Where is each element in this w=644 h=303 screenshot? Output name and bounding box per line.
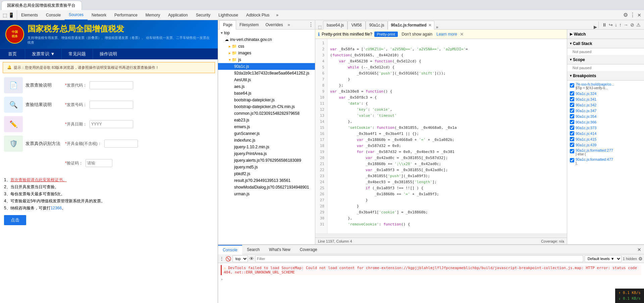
pause-btn[interactable]: ⏸ [601, 21, 607, 28]
step-btn[interactable]: → [623, 21, 629, 28]
bp-7-checkbox[interactable] [570, 120, 574, 124]
bp-13-checkbox[interactable] [570, 158, 574, 162]
tree-file-90a1c[interactable]: 90a1c.js [218, 63, 315, 70]
code-content[interactable]: var _0x58fa = ['cU9KZlU=', 'a2V5NQ==', '… [327, 39, 567, 234]
console-clear-icon[interactable]: 🚫 [225, 256, 231, 261]
step-into-btn[interactable]: ↓ [614, 21, 618, 28]
tree-file-urman[interactable]: urman.js [218, 191, 315, 197]
console-eye-icon[interactable]: 👁 [249, 256, 254, 261]
subnav-overrides[interactable]: Overrides [262, 20, 286, 30]
tree-file-md5[interactable]: jquery.md5.js [218, 164, 315, 170]
hotline-link[interactable]: 12366 [51, 206, 62, 210]
code-area[interactable]: 1234567891011121314151617181920212223242… [315, 39, 567, 234]
captcha-input[interactable] [86, 159, 112, 167]
bp-6-checkbox[interactable] [570, 114, 574, 118]
tree-file-common[interactable]: common.js?0.023091548282979658 [218, 110, 315, 117]
subnav-page[interactable]: Page [219, 20, 236, 30]
tree-file-gunscanner[interactable]: gunScanner.js [218, 130, 315, 137]
console-close-icon[interactable]: ✕ [637, 247, 641, 252]
devtools-nav-application[interactable]: Application [164, 10, 192, 20]
bp-11-checkbox[interactable] [570, 143, 574, 147]
dont-pause-exceptions-btn[interactable]: ⚠ [636, 21, 641, 28]
tree-host[interactable]: ☁ inv-veri.chinatax.gov.cn [218, 36, 315, 43]
console-context-select[interactable]: top [232, 255, 248, 262]
devtools-nav-performance[interactable]: Performance [110, 10, 142, 20]
tree-file-jquery[interactable]: jquery-1.10.2.min.js [218, 144, 315, 150]
devtools-nav-lighthouse[interactable]: Lighthouse [214, 10, 242, 20]
scope-section-header[interactable]: ▾ Scope [567, 55, 644, 64]
inspect-icon[interactable]: ⬚ [3, 12, 7, 18]
tree-file-result[interactable]: result.js?0.29449139513 36561 [218, 177, 315, 184]
pretty-print-button[interactable]: Pretty-print [374, 32, 398, 37]
devtools-nav-console[interactable]: Console [42, 10, 65, 20]
tree-file-92da[interactable]: 92da1b9c13d7432c8eae5aa66e641262.js [218, 70, 315, 77]
callstack-section-header[interactable]: ▾ Call Stack [567, 39, 644, 48]
submit-button[interactable]: 点击 [4, 215, 26, 225]
invoice-number-input[interactable] [90, 101, 133, 109]
step-over-btn[interactable]: ↪ [608, 21, 613, 28]
console-content[interactable]: ⚠ DevTools failed to load SourceMap: Cou… [218, 263, 644, 303]
bp-12-checkbox[interactable] [570, 149, 574, 153]
tree-root[interactable]: ▾ top [218, 30, 315, 36]
subnav-menu-icon[interactable]: ⋮ [308, 22, 314, 28]
devtools-nav-memory[interactable]: Memory [142, 10, 164, 20]
tree-file-indexfunc[interactable]: indexfunc.js [218, 137, 315, 144]
bp-8-checkbox[interactable] [570, 125, 574, 130]
device-icon[interactable]: 📱 [8, 12, 14, 18]
step-out-btn[interactable]: ↑ [619, 21, 622, 28]
close-devtools-icon[interactable]: ✕ [637, 12, 641, 18]
tree-file-aesutil[interactable]: AesUtil.js [218, 77, 315, 83]
tree-file-printarea[interactable]: jquery.PrintArea.js [218, 150, 315, 157]
bp-3-checkbox[interactable] [570, 97, 574, 101]
invoice-date-input[interactable] [90, 120, 133, 128]
console-levels-select[interactable]: Default levels ▼ [585, 255, 622, 262]
console-tab-coverage[interactable]: Coverage [295, 245, 322, 254]
console-tab-console[interactable]: Console [218, 245, 242, 254]
devtools-nav-adblock[interactable]: Adblock Plus [242, 10, 273, 20]
devtools-nav-more[interactable]: » [273, 10, 281, 20]
tree-file-emwrs[interactable]: emwrs.js [218, 123, 315, 130]
devtools-nav-sources[interactable]: Sources [65, 10, 88, 20]
watch-section-header[interactable]: ▶ Watch [567, 30, 644, 39]
tree-file-pbkdf2[interactable]: pbkdf2.js [218, 170, 315, 177]
browser-tab[interactable]: 国家税务总局全国增值税发票查验平台 [1, 1, 82, 10]
dont-show-button[interactable]: Don't show again [400, 31, 435, 37]
bp-2-checkbox[interactable] [570, 91, 574, 96]
bp-9-checkbox[interactable] [570, 131, 574, 136]
webpage-nav-faq[interactable]: 常见问题 [62, 49, 93, 59]
file-tab-base64[interactable]: base64.js [323, 21, 347, 30]
console-menu-icon[interactable]: ⋮ [219, 256, 224, 261]
tree-file-aes[interactable]: aes.js [218, 83, 315, 90]
console-tab-whatsnew[interactable]: What's New [264, 245, 295, 254]
deactivate-breakpoints-btn[interactable]: ⊘ [630, 21, 635, 28]
console-repl-input[interactable] [224, 277, 641, 282]
file-tab-90a1c[interactable]: 90a1c.js [366, 21, 388, 30]
bp-1-checkbox[interactable] [570, 83, 574, 88]
console-filter-input[interactable] [255, 255, 583, 262]
learn-more-link[interactable]: Learn more [436, 32, 457, 37]
tab-close-icon[interactable]: ✕ [428, 23, 431, 28]
file-tab-vm56[interactable]: VM56 [347, 21, 365, 30]
webpage-nav-knowledge[interactable]: 发票常识 ▼ [25, 49, 62, 59]
cert-link[interactable]: 首次查验前请点此安装根证书。 [10, 178, 67, 182]
tab-search-icon[interactable]: ⬚ [317, 25, 323, 30]
bar-close-icon[interactable]: ✕ [460, 32, 464, 37]
devtools-nav-security[interactable]: Security [192, 10, 214, 20]
tree-file-datepicker[interactable]: bootstrap-datepicker.js [218, 97, 315, 103]
file-tab-formatted[interactable]: 90a1c.js:formatted ✕ [388, 21, 434, 30]
subnav-filesystem[interactable]: Filesystem [236, 20, 262, 30]
devtools-nav-elements[interactable]: Elements [17, 10, 42, 20]
tree-folder-css[interactable]: ▸ 📁 css [218, 43, 315, 50]
tree-folder-js[interactable]: ▾ 📁 js [218, 56, 315, 63]
tree-file-datepicker-cn[interactable]: bootstrap-datepicker.zh-CN.min.js [218, 103, 315, 110]
more-icon[interactable]: ⋮ [630, 12, 635, 18]
tree-file-showmodal[interactable]: showModalDialog.js?0.056271934948901 [218, 184, 315, 191]
invoice-amount-input[interactable] [104, 140, 138, 148]
tree-file-base64[interactable]: base64.js [218, 90, 315, 97]
tree-file-eab23[interactable]: eab23.js [218, 117, 315, 123]
bp-10-checkbox[interactable] [570, 137, 574, 141]
tree-folder-images[interactable]: ▸ 📁 images [218, 50, 315, 56]
bp-5-checkbox[interactable] [570, 108, 574, 113]
invoice-code-input[interactable] [90, 81, 133, 89]
console-tab-search[interactable]: Search [242, 245, 264, 254]
